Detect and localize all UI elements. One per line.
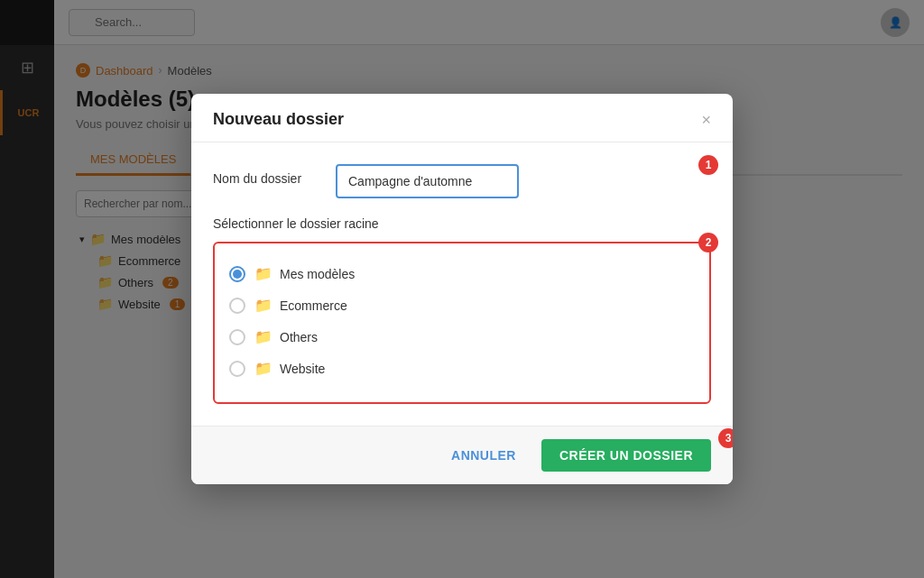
modal-close-button[interactable]: × bbox=[701, 112, 711, 128]
radio-option-ecommerce[interactable]: 📁 Ecommerce bbox=[229, 289, 695, 321]
radio-option-mes-modeles[interactable]: 📁 Mes modèles bbox=[229, 258, 695, 289]
radio-option-others[interactable]: 📁 Others bbox=[229, 321, 695, 353]
folder-icon-website: 📁 bbox=[254, 360, 273, 377]
step1-badge: 1 bbox=[698, 155, 718, 175]
modal-header: Nouveau dossier × bbox=[191, 94, 733, 142]
create-button[interactable]: CRÉER UN DOSSIER bbox=[541, 439, 711, 472]
radio-btn-others bbox=[229, 329, 245, 345]
modal-overlay: Nouveau dossier × Nom du dossier 1 Sélec… bbox=[0, 0, 924, 578]
radio-btn-mes-modeles bbox=[229, 266, 245, 282]
folder-icon-ecommerce: 📁 bbox=[254, 297, 273, 314]
radio-btn-website bbox=[229, 361, 245, 377]
folder-select-wrapper: 📁 Mes modèles 📁 Ecommerce bbox=[213, 242, 711, 404]
folder-name-label: Nom du dossier bbox=[213, 164, 321, 186]
folder-icon-others: 📁 bbox=[254, 328, 273, 345]
radio-option-website[interactable]: 📁 Website bbox=[229, 353, 695, 384]
modal-footer: ANNULER CRÉER UN DOSSIER 3 bbox=[191, 426, 733, 484]
modal-body: Nom du dossier 1 Sélectionner le dossier… bbox=[191, 142, 733, 426]
form-row-name: Nom du dossier 1 bbox=[213, 164, 711, 198]
folder-select-box: 📁 Mes modèles 📁 Ecommerce bbox=[213, 242, 711, 404]
option-label-others: Others bbox=[280, 330, 318, 344]
select-section-label: Sélectionner le dossier racine bbox=[213, 216, 711, 231]
radio-label-website: 📁 Website bbox=[254, 360, 325, 377]
option-label-mes-modeles: Mes modèles bbox=[280, 267, 355, 281]
input-wrapper: 1 bbox=[336, 164, 711, 198]
step3-badge: 3 bbox=[718, 428, 733, 448]
radio-label-ecommerce: 📁 Ecommerce bbox=[254, 297, 347, 314]
folder-icon-mes-modeles: 📁 bbox=[254, 265, 273, 282]
folder-name-input[interactable] bbox=[336, 164, 519, 198]
folder-select-section: Sélectionner le dossier racine 📁 Mes mod… bbox=[213, 216, 711, 404]
cancel-button[interactable]: ANNULER bbox=[440, 441, 527, 470]
radio-label-others: 📁 Others bbox=[254, 328, 318, 345]
step2-badge: 2 bbox=[698, 233, 718, 252]
radio-label-mes-modeles: 📁 Mes modèles bbox=[254, 265, 355, 282]
radio-btn-ecommerce bbox=[229, 298, 245, 314]
modal-nouveau-dossier: Nouveau dossier × Nom du dossier 1 Sélec… bbox=[191, 94, 733, 484]
option-label-ecommerce: Ecommerce bbox=[280, 298, 347, 313]
option-label-website: Website bbox=[280, 362, 325, 376]
modal-title: Nouveau dossier bbox=[213, 110, 344, 129]
